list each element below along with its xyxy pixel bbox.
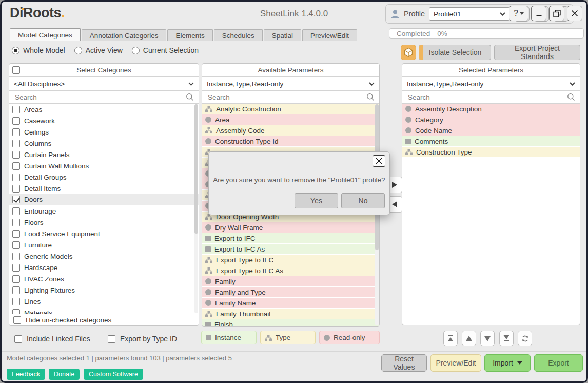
selected-search-input[interactable] — [407, 93, 564, 102]
isolate-3d-button[interactable] — [401, 45, 416, 60]
category-row[interactable]: Entourage — [9, 205, 199, 217]
category-row[interactable]: Hardscape — [9, 262, 199, 273]
category-row[interactable]: Doors — [9, 194, 199, 205]
move-to-top-button[interactable] — [443, 331, 458, 346]
select-all-categories-checkbox[interactable] — [12, 66, 20, 74]
tab[interactable]: Preview/Edit — [302, 29, 357, 41]
parameter-row[interactable]: Construction Type Id — [202, 136, 379, 147]
parameter-row[interactable]: Family — [202, 276, 379, 287]
parameter-row[interactable]: Family Name — [202, 298, 379, 309]
maximize-button[interactable] — [549, 6, 564, 21]
category-row[interactable]: Detail Items — [9, 183, 199, 194]
category-row[interactable]: HVAC Zones — [9, 273, 199, 284]
import-button[interactable]: Import — [484, 354, 531, 372]
feedback-button[interactable]: Feedback — [7, 369, 45, 380]
category-checkbox[interactable] — [12, 117, 20, 125]
categories-search-input[interactable] — [14, 93, 183, 102]
minimize-button[interactable] — [531, 6, 546, 21]
parameter-row[interactable]: Code Name — [402, 125, 580, 136]
category-row[interactable]: Food Service Equipment — [9, 228, 199, 239]
parameter-row[interactable]: Comments — [402, 136, 580, 147]
category-checkbox[interactable] — [12, 140, 20, 147]
category-checkbox[interactable] — [12, 264, 20, 272]
move-down-button[interactable] — [480, 331, 495, 346]
category-row[interactable]: Lighting Fixtures — [9, 284, 199, 296]
parameter-row[interactable]: Export Type to IFC — [202, 255, 379, 265]
parameter-row[interactable]: Export Type to IFC As — [202, 265, 379, 276]
move-up-button[interactable] — [462, 331, 476, 346]
category-checkbox[interactable] — [12, 253, 20, 260]
yes-button[interactable]: Yes — [295, 193, 338, 208]
hide-unchecked-checkbox[interactable] — [13, 316, 21, 324]
category-row[interactable]: Lines — [9, 296, 199, 307]
category-checkbox[interactable] — [12, 106, 20, 113]
category-checkbox[interactable] — [12, 207, 20, 215]
category-row[interactable]: Columns — [9, 138, 199, 149]
no-button[interactable]: No — [341, 193, 385, 208]
move-to-bottom-button[interactable] — [499, 331, 514, 346]
category-row[interactable]: Areas — [9, 104, 199, 115]
category-checkbox[interactable] — [12, 286, 20, 294]
category-row[interactable]: Furniture — [9, 239, 199, 251]
tab[interactable]: Schedules — [214, 29, 263, 41]
category-scrollbar[interactable] — [194, 104, 198, 313]
custom-software-button[interactable]: Custom Software — [84, 369, 143, 380]
category-checkbox[interactable] — [12, 309, 20, 314]
refresh-button[interactable] — [518, 331, 532, 346]
category-checkbox[interactable] — [12, 128, 20, 136]
parameter-row[interactable]: Analytic Construction — [202, 104, 379, 114]
category-checkbox[interactable] — [12, 151, 20, 159]
category-row[interactable]: Materials — [9, 307, 199, 314]
parameter-row[interactable]: Assembly Description — [402, 104, 580, 114]
tab[interactable]: Elements — [167, 29, 212, 41]
category-row[interactable]: Curtain Wall Mullions — [9, 160, 199, 171]
parameter-row[interactable]: Assembly Code — [202, 125, 379, 136]
export-project-standards-button[interactable]: Export Project Standards — [494, 45, 580, 60]
category-row[interactable]: Curtain Panels — [9, 149, 199, 160]
reset-values-button[interactable]: Reset Values — [381, 354, 427, 372]
export-button[interactable]: Export — [534, 354, 583, 372]
scope-radio[interactable]: Whole Model — [12, 46, 65, 54]
scope-radio[interactable]: Current Selection — [132, 46, 199, 54]
export-by-type-id-checkbox[interactable] — [108, 335, 115, 343]
category-checkbox[interactable] — [12, 298, 20, 305]
isolate-selection-button[interactable]: Isolate Selection — [419, 45, 491, 60]
close-button[interactable] — [567, 6, 582, 21]
available-filter-select[interactable]: Instance,Type,Read-only — [202, 77, 379, 91]
category-checkbox[interactable] — [12, 162, 20, 170]
category-row[interactable]: Ceilings — [9, 126, 199, 138]
category-checkbox[interactable] — [12, 230, 20, 238]
parameter-row[interactable]: Export to IFC — [202, 233, 379, 244]
parameter-row[interactable]: Finish — [202, 319, 379, 326]
parameter-row[interactable]: Construction Type — [402, 147, 580, 158]
scope-radio[interactable]: Active View — [74, 46, 123, 54]
parameter-row[interactable]: Export to IFC As — [202, 244, 379, 255]
dialog-close-button[interactable] — [373, 155, 385, 167]
tab[interactable]: Model Categories — [10, 28, 81, 41]
category-row[interactable]: Casework — [9, 115, 199, 126]
selected-filter-select[interactable]: Instance,Type,Read-only — [402, 77, 580, 91]
tab[interactable]: Annotation Categories — [82, 29, 167, 41]
export-by-type-id-option[interactable]: Export by Type ID — [108, 335, 177, 343]
preview-edit-button[interactable]: Preview/Edit — [430, 354, 481, 372]
hide-unchecked-row[interactable]: Hide un-checked categories — [9, 314, 199, 325]
category-checkbox[interactable] — [12, 275, 20, 283]
category-checkbox[interactable] — [12, 196, 20, 203]
parameter-row[interactable]: Family and Type — [202, 287, 379, 298]
category-checkbox[interactable] — [12, 241, 20, 249]
help-button[interactable]: ? — [509, 6, 528, 21]
category-checkbox[interactable] — [12, 185, 20, 193]
category-row[interactable]: Detail Groups — [9, 171, 199, 183]
parameter-row[interactable]: Area — [202, 114, 379, 125]
parameter-row[interactable]: Category — [402, 114, 580, 125]
category-row[interactable]: Generic Models — [9, 251, 199, 262]
tab[interactable]: Spatial — [264, 29, 301, 41]
parameter-row[interactable]: Family Thumbnail — [202, 309, 379, 319]
include-linked-files-checkbox[interactable] — [14, 335, 22, 343]
discipline-select[interactable]: <All Disciplines> — [9, 77, 199, 91]
include-linked-files-option[interactable]: Include Linked Files — [14, 335, 90, 343]
parameter-row[interactable]: Dry Wall Frame — [202, 222, 379, 233]
available-search-input[interactable] — [207, 93, 363, 102]
category-checkbox[interactable] — [12, 219, 20, 226]
profile-select[interactable]: Profile01 — [429, 7, 510, 21]
